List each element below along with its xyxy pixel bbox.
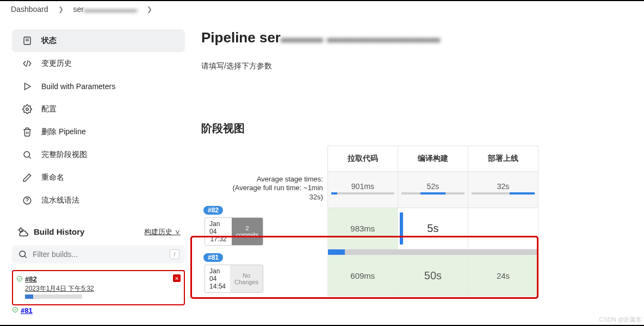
stage-cell[interactable]: 50s [398, 255, 468, 296]
page-title: Pipeline ser▬▬▬ ▬▬▬▬▬▬▬▬ [201, 29, 628, 46]
stage-col: 编译构建 [398, 146, 468, 172]
sidebar-item-label: 删除 Pipeline [41, 127, 86, 137]
stage-cell[interactable]: 609ms [327, 255, 398, 296]
svg-line-16 [24, 256, 26, 258]
run-meta: Jan 0417:32 2commits [205, 217, 263, 246]
svg-point-6 [24, 152, 30, 158]
svg-marker-4 [25, 83, 31, 90]
stage-cell[interactable]: 5s [398, 208, 468, 249]
filter-input[interactable] [33, 250, 170, 259]
sidebar-item-label: Build with Parameters [41, 82, 115, 91]
avg-cell: 52s [398, 172, 468, 208]
sidebar: 状态 变更历史 Build with Parameters 配置 删除 Pipe… [0, 17, 190, 323]
help-icon [22, 195, 33, 206]
svg-point-10 [20, 228, 23, 231]
svg-point-17 [17, 277, 22, 281]
stage-col: 拉取代码 [327, 146, 398, 172]
stage-cell[interactable]: 24s [468, 255, 538, 296]
sidebar-item-label: 变更历史 [41, 59, 72, 68]
run-meta: Jan 0414:54 NoChanges [205, 265, 263, 293]
stage-run-row[interactable]: #81 Jan 0414:54 NoChanges 609ms 50s 24s [201, 255, 538, 296]
sidebar-item-rename[interactable]: 重命名 [12, 166, 185, 189]
sidebar-item-delete[interactable]: 删除 Pipeline [12, 121, 185, 143]
chevron-right-icon: ❯ [147, 5, 152, 13]
params-hint: 请填写/选择下方参数 [201, 61, 628, 71]
sidebar-item-syntax[interactable]: 流水线语法 [12, 189, 185, 212]
sidebar-item-label: 完整阶段视图 [41, 150, 87, 160]
stage-col: 部署上线 [468, 146, 538, 172]
build-link[interactable]: #82 [25, 275, 37, 283]
stage-view-table: 拉取代码 编译构建 部署上线 Average stage times: (Ave… [201, 146, 538, 297]
sidebar-item-status[interactable]: 状态 [12, 29, 185, 52]
build-history-item[interactable]: #81 [12, 306, 185, 314]
success-icon [12, 306, 18, 313]
status-icon [22, 35, 33, 46]
svg-line-7 [29, 156, 30, 158]
stage-view-heading: 阶段视图 [201, 121, 628, 136]
sidebar-item-label: 状态 [41, 36, 57, 46]
weather-icon [16, 225, 28, 239]
build-history-title: Build History [34, 227, 84, 236]
trend-link[interactable]: 构建历史 ∨ [144, 227, 181, 237]
sidebar-item-changes[interactable]: 变更历史 [12, 52, 185, 75]
sidebar-item-label: 配置 [41, 104, 57, 114]
sidebar-item-build-params[interactable]: Build with Parameters [12, 75, 185, 98]
gear-icon [22, 104, 33, 115]
watermark: CSDN @折翼客 [599, 316, 642, 324]
stage-cell[interactable] [468, 208, 538, 249]
run-badge: #81 [203, 253, 223, 262]
sidebar-item-configure[interactable]: 配置 [12, 98, 185, 121]
build-history-item[interactable]: #82 ✕ 2023年1月4日 下午5:32 [16, 273, 181, 301]
avg-cell: 901ms [327, 172, 398, 208]
sidebar-item-full-stage[interactable]: 完整阶段视图 [12, 143, 185, 166]
filter-builds[interactable]: / [12, 245, 185, 264]
avg-cell: 32s [468, 172, 538, 208]
run-badge: #82 [203, 206, 223, 215]
commits-box[interactable]: 2commits [232, 218, 263, 245]
build-progress [25, 294, 82, 299]
pencil-icon [22, 172, 33, 183]
trash-icon [22, 127, 33, 137]
code-icon [22, 58, 33, 69]
svg-point-15 [20, 251, 26, 257]
build-history-list: #82 ✕ 2023年1月4日 下午5:32 [12, 270, 185, 305]
svg-point-18 [13, 308, 18, 312]
stage-cell[interactable]: 983ms [327, 208, 398, 249]
build-history-header: Build History 构建历史 ∨ [12, 225, 185, 239]
running-icon [16, 275, 23, 281]
build-link[interactable]: #81 [21, 306, 33, 314]
sidebar-item-label: 流水线语法 [41, 196, 79, 205]
stage-run-row[interactable]: #82 Jan 0417:32 2commits 983ms 5s [201, 208, 538, 249]
slash-hint: / [170, 249, 179, 259]
main-content: Pipeline ser▬▬▬ ▬▬▬▬▬▬▬▬ 请填写/选择下方参数 阶段视图… [190, 17, 644, 323]
sidebar-item-label: 重命名 [41, 173, 64, 183]
search-icon [17, 249, 28, 260]
breadcrumb-root[interactable]: Dashboard [11, 5, 48, 14]
search-icon [22, 149, 33, 160]
svg-line-3 [27, 60, 28, 67]
breadcrumb-item[interactable]: ser▬▬▬▬▬▬▬ [73, 5, 137, 14]
svg-point-5 [26, 108, 29, 111]
avg-label: Average stage times: (Average full run t… [201, 172, 327, 208]
run-progress-bar [328, 249, 538, 255]
cancel-build-icon[interactable]: ✕ [173, 274, 181, 282]
chevron-right-icon: ❯ [58, 5, 64, 13]
commits-box[interactable]: NoChanges [230, 265, 263, 292]
play-icon [22, 81, 33, 92]
breadcrumb: Dashboard ❯ ser▬▬▬▬▬▬▬ ❯ [0, 1, 644, 17]
build-date: 2023年1月4日 下午5:32 [25, 284, 179, 293]
